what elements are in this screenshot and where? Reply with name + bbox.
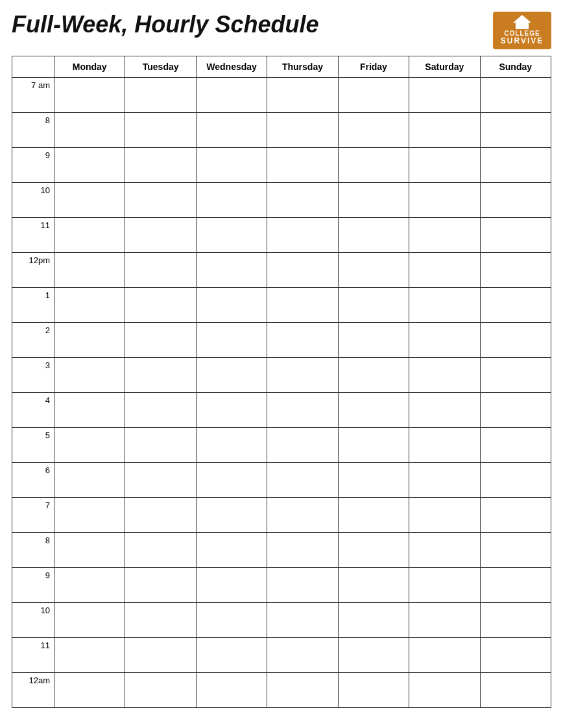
- schedule-cell[interactable]: [480, 638, 551, 673]
- schedule-cell[interactable]: [267, 288, 338, 323]
- schedule-cell[interactable]: [267, 533, 338, 568]
- schedule-cell[interactable]: [338, 218, 409, 253]
- schedule-cell[interactable]: [54, 638, 125, 673]
- schedule-cell[interactable]: [409, 568, 480, 603]
- schedule-cell[interactable]: [125, 603, 196, 638]
- schedule-cell[interactable]: [196, 253, 267, 288]
- schedule-cell[interactable]: [196, 113, 267, 148]
- schedule-cell[interactable]: [54, 288, 125, 323]
- schedule-cell[interactable]: [338, 78, 409, 113]
- schedule-cell[interactable]: [409, 393, 480, 428]
- schedule-cell[interactable]: [338, 288, 409, 323]
- schedule-cell[interactable]: [338, 393, 409, 428]
- schedule-cell[interactable]: [125, 183, 196, 218]
- schedule-cell[interactable]: [409, 288, 480, 323]
- schedule-cell[interactable]: [338, 253, 409, 288]
- schedule-cell[interactable]: [409, 428, 480, 463]
- schedule-cell[interactable]: [338, 113, 409, 148]
- schedule-cell[interactable]: [54, 673, 125, 708]
- schedule-cell[interactable]: [480, 568, 551, 603]
- schedule-cell[interactable]: [196, 148, 267, 183]
- schedule-cell[interactable]: [125, 288, 196, 323]
- schedule-cell[interactable]: [409, 218, 480, 253]
- schedule-cell[interactable]: [196, 463, 267, 498]
- schedule-cell[interactable]: [480, 673, 551, 708]
- schedule-cell[interactable]: [409, 358, 480, 393]
- schedule-cell[interactable]: [267, 358, 338, 393]
- schedule-cell[interactable]: [338, 183, 409, 218]
- schedule-cell[interactable]: [480, 498, 551, 533]
- schedule-cell[interactable]: [338, 463, 409, 498]
- schedule-cell[interactable]: [54, 428, 125, 463]
- schedule-cell[interactable]: [480, 288, 551, 323]
- schedule-cell[interactable]: [125, 533, 196, 568]
- schedule-cell[interactable]: [125, 463, 196, 498]
- schedule-cell[interactable]: [267, 568, 338, 603]
- schedule-cell[interactable]: [267, 638, 338, 673]
- schedule-cell[interactable]: [409, 533, 480, 568]
- schedule-cell[interactable]: [480, 358, 551, 393]
- schedule-cell[interactable]: [267, 603, 338, 638]
- schedule-cell[interactable]: [409, 498, 480, 533]
- schedule-cell[interactable]: [267, 498, 338, 533]
- schedule-cell[interactable]: [338, 533, 409, 568]
- schedule-cell[interactable]: [54, 568, 125, 603]
- schedule-cell[interactable]: [196, 533, 267, 568]
- schedule-cell[interactable]: [125, 78, 196, 113]
- schedule-cell[interactable]: [409, 78, 480, 113]
- schedule-cell[interactable]: [409, 673, 480, 708]
- schedule-cell[interactable]: [480, 533, 551, 568]
- schedule-cell[interactable]: [54, 358, 125, 393]
- schedule-cell[interactable]: [267, 463, 338, 498]
- schedule-cell[interactable]: [338, 148, 409, 183]
- schedule-cell[interactable]: [409, 148, 480, 183]
- schedule-cell[interactable]: [196, 183, 267, 218]
- schedule-cell[interactable]: [196, 288, 267, 323]
- schedule-cell[interactable]: [267, 218, 338, 253]
- schedule-cell[interactable]: [480, 323, 551, 358]
- schedule-cell[interactable]: [480, 428, 551, 463]
- schedule-cell[interactable]: [480, 463, 551, 498]
- schedule-cell[interactable]: [125, 358, 196, 393]
- schedule-cell[interactable]: [125, 638, 196, 673]
- schedule-cell[interactable]: [54, 113, 125, 148]
- schedule-cell[interactable]: [480, 393, 551, 428]
- schedule-cell[interactable]: [267, 673, 338, 708]
- schedule-cell[interactable]: [54, 533, 125, 568]
- schedule-cell[interactable]: [480, 253, 551, 288]
- schedule-cell[interactable]: [54, 253, 125, 288]
- schedule-cell[interactable]: [267, 393, 338, 428]
- schedule-cell[interactable]: [480, 78, 551, 113]
- schedule-cell[interactable]: [196, 673, 267, 708]
- schedule-cell[interactable]: [54, 218, 125, 253]
- schedule-cell[interactable]: [125, 148, 196, 183]
- schedule-cell[interactable]: [267, 183, 338, 218]
- schedule-cell[interactable]: [54, 498, 125, 533]
- schedule-cell[interactable]: [125, 428, 196, 463]
- schedule-cell[interactable]: [409, 463, 480, 498]
- schedule-cell[interactable]: [196, 498, 267, 533]
- schedule-cell[interactable]: [409, 253, 480, 288]
- schedule-cell[interactable]: [480, 218, 551, 253]
- schedule-cell[interactable]: [54, 78, 125, 113]
- schedule-cell[interactable]: [338, 673, 409, 708]
- schedule-cell[interactable]: [409, 323, 480, 358]
- schedule-cell[interactable]: [409, 113, 480, 148]
- schedule-cell[interactable]: [125, 113, 196, 148]
- schedule-cell[interactable]: [196, 323, 267, 358]
- schedule-cell[interactable]: [338, 428, 409, 463]
- schedule-cell[interactable]: [125, 393, 196, 428]
- schedule-cell[interactable]: [338, 323, 409, 358]
- schedule-cell[interactable]: [196, 638, 267, 673]
- schedule-cell[interactable]: [409, 183, 480, 218]
- schedule-cell[interactable]: [267, 253, 338, 288]
- schedule-cell[interactable]: [480, 113, 551, 148]
- schedule-cell[interactable]: [480, 603, 551, 638]
- schedule-cell[interactable]: [196, 603, 267, 638]
- schedule-cell[interactable]: [338, 498, 409, 533]
- schedule-cell[interactable]: [196, 428, 267, 463]
- schedule-cell[interactable]: [196, 393, 267, 428]
- schedule-cell[interactable]: [338, 568, 409, 603]
- schedule-cell[interactable]: [267, 113, 338, 148]
- schedule-cell[interactable]: [267, 323, 338, 358]
